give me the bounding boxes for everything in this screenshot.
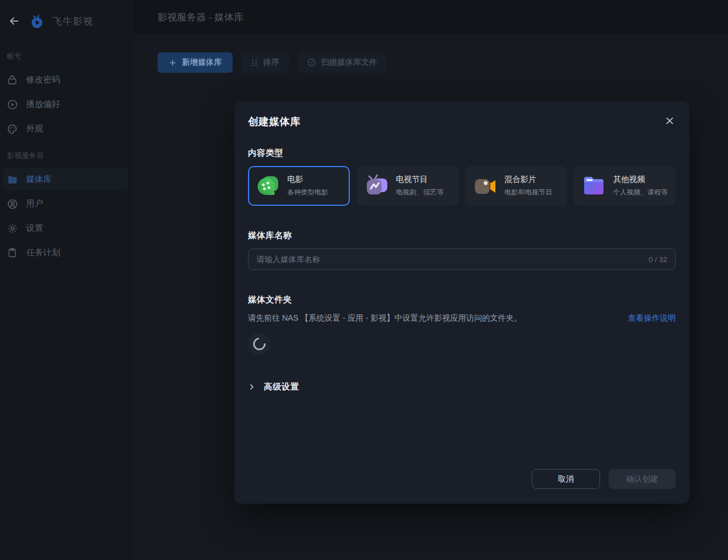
toolbar: 新增媒体库 排序 扫描媒体库文件: [158, 52, 387, 73]
content-type-label: 内容类型: [248, 148, 676, 159]
create-library-modal: 创建媒体库 内容类型 电影 各种类型电影: [234, 101, 689, 504]
app-logo-icon: [28, 13, 46, 30]
type-subtitle: 个人视频、课程等: [613, 188, 668, 197]
chevron-right-icon: [248, 383, 255, 391]
sort-button[interactable]: 排序: [241, 52, 289, 73]
folder-hint-text: 请先前往 NAS 【系统设置 - 应用 - 影视】中设置允许影视应用访问的文件夹…: [248, 313, 522, 323]
user-icon: [6, 198, 18, 210]
sidebar-item-label: 媒体库: [26, 174, 52, 185]
tv-icon: [365, 174, 388, 198]
type-card-tv[interactable]: 电视节目 电视剧、综艺等: [357, 166, 458, 206]
type-subtitle: 电视剧、综艺等: [396, 188, 444, 197]
content-type-cards: 电影 各种类型电影 电视节目 电视剧、综艺等: [248, 166, 676, 206]
page-title: 影视服务器 - 媒体库: [158, 11, 243, 24]
back-arrow-icon: [8, 15, 20, 27]
sidebar-item-task-schedule[interactable]: 任务计划: [3, 241, 128, 264]
drag-dots-icon: [251, 59, 258, 67]
video-camera-icon: [473, 174, 497, 198]
sidebar-item-label: 播放偏好: [26, 99, 60, 110]
app-title: 飞牛影视: [52, 15, 93, 28]
spinner-icon: [251, 335, 268, 353]
view-instructions-link[interactable]: 查看操作说明: [628, 313, 676, 323]
sidebar-item-playback-preference[interactable]: 播放偏好: [3, 93, 128, 116]
sidebar-item-label: 用户: [26, 198, 43, 209]
sidebar-item-label: 任务计划: [26, 247, 60, 258]
scan-icon: [307, 58, 316, 67]
sidebar: 飞牛影视 帐号 修改密码 播放偏好 外观 影视服务器 媒体库 用户: [0, 0, 134, 560]
close-icon: [665, 116, 675, 126]
type-title: 其他视频: [613, 175, 668, 185]
sidebar-item-appearance[interactable]: 外观: [3, 117, 128, 140]
sidebar-item-media-library[interactable]: 媒体库: [3, 168, 128, 191]
sidebar-section-account: 帐号: [0, 42, 134, 67]
library-name-label: 媒体库名称: [248, 230, 676, 241]
library-name-input[interactable]: [257, 255, 642, 264]
movie-icon: [256, 174, 280, 198]
advanced-settings-toggle[interactable]: 高级设置: [248, 381, 676, 392]
type-subtitle: 电影和电视节目: [504, 188, 552, 197]
gear-icon: [6, 222, 18, 234]
plus-icon: [168, 59, 177, 67]
sidebar-item-label: 外观: [26, 123, 43, 134]
page-header: 影视服务器 - 媒体库: [134, 0, 728, 35]
sidebar-item-label: 设置: [26, 223, 43, 234]
modal-title: 创建媒体库: [248, 115, 301, 128]
type-title: 电视节目: [396, 175, 444, 185]
type-subtitle: 各种类型电影: [287, 188, 328, 197]
scan-library-button[interactable]: 扫描媒体库文件: [297, 52, 387, 73]
type-card-movies[interactable]: 电影 各种类型电影: [248, 166, 350, 206]
sidebar-item-users[interactable]: 用户: [3, 192, 128, 215]
back-button[interactable]: [7, 14, 22, 28]
video-folder-icon: [582, 174, 606, 198]
sidebar-item-label: 修改密码: [26, 74, 60, 85]
advanced-settings-label: 高级设置: [264, 381, 299, 392]
type-card-other[interactable]: 其他视频 个人视频、课程等: [574, 166, 676, 206]
library-name-field: 0 / 32: [248, 248, 676, 270]
close-button[interactable]: [664, 115, 676, 127]
folder-loading: [248, 333, 271, 355]
confirm-create-button[interactable]: 确认创建: [609, 469, 676, 489]
add-media-library-button[interactable]: 新增媒体库: [158, 52, 233, 73]
media-folder-label: 媒体文件夹: [248, 294, 676, 305]
folder-icon: [6, 173, 18, 185]
type-title: 电影: [287, 175, 328, 185]
cancel-button[interactable]: 取消: [532, 469, 600, 489]
char-counter: 0 / 32: [648, 255, 667, 264]
type-title: 混合影片: [504, 175, 552, 185]
type-card-mixed[interactable]: 混合影片 电影和电视节目: [465, 166, 567, 206]
play-circle-icon: [6, 98, 18, 110]
lock-icon: [6, 74, 18, 86]
sidebar-item-change-password[interactable]: 修改密码: [3, 68, 128, 92]
palette-icon: [6, 123, 18, 135]
sidebar-item-settings[interactable]: 设置: [3, 217, 128, 240]
clipboard-icon: [6, 247, 18, 259]
sidebar-header: 飞牛影视: [0, 0, 134, 42]
sidebar-section-media-server: 影视服务器: [0, 142, 134, 167]
